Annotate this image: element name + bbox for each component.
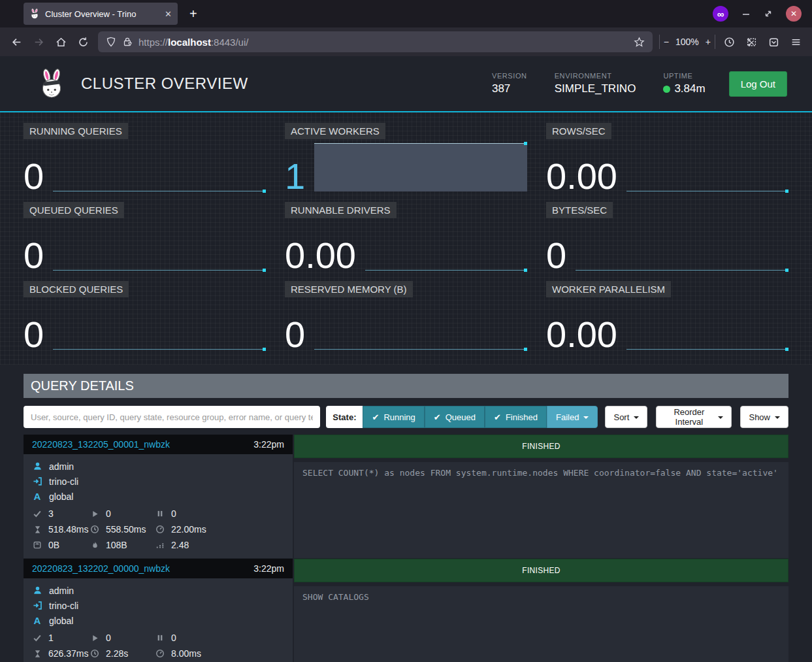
window-close-button[interactable]: ✕ bbox=[786, 6, 802, 22]
sparkline bbox=[53, 346, 266, 350]
window-restore-button[interactable] bbox=[764, 9, 773, 18]
stat-value: 0.00 bbox=[285, 239, 356, 273]
logout-button[interactable]: Log Out bbox=[729, 71, 787, 97]
query-time: 3:22pm bbox=[253, 439, 284, 450]
reload-icon[interactable] bbox=[72, 31, 94, 52]
query-source: trino-cli bbox=[49, 476, 78, 487]
bookmark-star-icon[interactable] bbox=[634, 37, 645, 48]
sparkline bbox=[314, 346, 527, 350]
stat-card-rows-sec: ROWS/SEC 0.00 bbox=[546, 123, 788, 193]
browser-toolbar: https://localhost:8443/ui/ − 100% + bbox=[0, 27, 812, 56]
browser-tab[interactable]: Cluster Overview - Trino ✕ bbox=[24, 3, 178, 25]
state-filter-group: State: ✔ Running ✔ Queued ✔ Finished Fai… bbox=[326, 406, 598, 428]
zoom-in-button[interactable]: + bbox=[706, 37, 711, 47]
query-id-link[interactable]: 20220823_132202_00000_nwbzk bbox=[32, 563, 170, 574]
stat-card-queued-queries: QUEUED QUERIES 0 bbox=[24, 202, 266, 273]
sparkline bbox=[626, 346, 788, 350]
completed-splits: 1 bbox=[48, 633, 54, 643]
stat-value: 0 bbox=[24, 159, 44, 193]
state-filter-failed-dropdown[interactable]: Failed bbox=[547, 406, 598, 428]
user-icon bbox=[32, 586, 42, 595]
query-details-title: QUERY DETAILS bbox=[24, 374, 788, 398]
wall-time-hourglass-icon bbox=[32, 650, 42, 658]
execution-time-gauge-icon bbox=[155, 525, 165, 534]
source-sign-in-icon bbox=[32, 476, 42, 486]
resource-group-icon: A bbox=[32, 491, 42, 502]
zoom-level-button[interactable]: 100% bbox=[675, 37, 699, 47]
stat-value: 1 bbox=[285, 159, 305, 193]
screenshot-icon[interactable] bbox=[740, 31, 762, 52]
query-resource-group: global bbox=[49, 491, 73, 502]
tab-title: Cluster Overview - Trino bbox=[45, 9, 159, 19]
running-splits-play-icon bbox=[89, 634, 100, 642]
sparkline bbox=[314, 143, 527, 191]
back-icon[interactable] bbox=[5, 31, 27, 52]
cpu-time-clock-icon bbox=[89, 649, 100, 658]
execution-time-gauge-icon bbox=[155, 649, 165, 658]
browser-tab-bar: Cluster Overview - Trino ✕ + ∞ ✕ bbox=[0, 0, 812, 27]
chevron-down-icon bbox=[718, 416, 723, 419]
query-list: 20220823_132205_00001_nwbzk 3:22pm admin… bbox=[24, 435, 788, 662]
query-row: 20220823_132202_00000_nwbzk 3:22pm admin… bbox=[24, 559, 788, 662]
stat-value: 0 bbox=[24, 318, 44, 352]
cpu-time-clock-icon bbox=[89, 525, 100, 534]
history-clock-icon[interactable] bbox=[718, 31, 740, 52]
sort-dropdown[interactable]: Sort bbox=[605, 406, 647, 428]
running-splits-play-icon bbox=[89, 510, 100, 518]
menu-hamburger-icon[interactable] bbox=[785, 31, 807, 52]
show-dropdown[interactable]: Show bbox=[740, 406, 788, 428]
chevron-down-icon bbox=[634, 416, 639, 419]
tab-close-icon[interactable]: ✕ bbox=[165, 9, 172, 19]
query-row: 20220823_132205_00001_nwbzk 3:22pm admin… bbox=[24, 435, 788, 558]
cumulative-memory-chart-icon bbox=[155, 540, 165, 550]
peak-memory: 108B bbox=[106, 540, 127, 550]
chevron-down-icon bbox=[775, 416, 780, 419]
uptime-status-dot bbox=[663, 86, 670, 93]
state-filter-running[interactable]: ✔ Running bbox=[363, 406, 424, 428]
url-text: https://localhost:8443/ui/ bbox=[138, 37, 628, 48]
query-status-badge: FINISHED bbox=[294, 559, 788, 582]
query-resource-group: global bbox=[49, 616, 73, 626]
query-status-badge: FINISHED bbox=[294, 435, 788, 458]
query-time: 3:22pm bbox=[253, 563, 284, 574]
lock-warning-icon[interactable] bbox=[122, 37, 133, 47]
running-splits: 0 bbox=[106, 633, 111, 643]
completed-splits: 3 bbox=[48, 508, 54, 519]
execution-time: 8.00ms bbox=[171, 648, 201, 659]
forward-icon[interactable] bbox=[27, 31, 50, 52]
wall-time: 626.37ms bbox=[48, 648, 88, 659]
cpu-time: 558.50ms bbox=[106, 524, 146, 535]
zoom-out-button[interactable]: − bbox=[664, 37, 669, 47]
execution-time: 22.00ms bbox=[171, 524, 206, 535]
extension-icon[interactable]: ∞ bbox=[713, 6, 728, 22]
stat-card-bytes-sec: BYTES/SEC 0 bbox=[546, 202, 788, 273]
completed-splits-icon bbox=[32, 509, 42, 518]
queued-splits: 0 bbox=[171, 508, 176, 519]
queued-splits-pause-icon bbox=[155, 510, 165, 518]
stat-value: 0 bbox=[285, 318, 305, 352]
queued-splits: 0 bbox=[171, 633, 176, 643]
sparkline bbox=[626, 188, 788, 191]
new-tab-button[interactable]: + bbox=[189, 7, 197, 22]
current-memory: 0B bbox=[48, 540, 59, 550]
resource-group-icon: A bbox=[32, 615, 42, 626]
cpu-time: 2.28s bbox=[106, 648, 128, 659]
state-filter-finished[interactable]: ✔ Finished bbox=[485, 406, 547, 428]
window-minimize-button[interactable] bbox=[741, 9, 751, 18]
query-search-input[interactable] bbox=[24, 406, 320, 428]
stat-value: 0 bbox=[546, 239, 566, 273]
app-header: CLUSTER OVERVIEW VERSION 387 ENVIRONMENT… bbox=[0, 56, 812, 112]
stat-card-worker-parallelism: WORKER PARALLELISM 0.00 bbox=[546, 281, 788, 352]
query-id-link[interactable]: 20220823_132205_00001_nwbzk bbox=[32, 439, 170, 450]
home-icon[interactable] bbox=[50, 31, 72, 52]
shield-icon[interactable] bbox=[106, 37, 116, 47]
query-details-section: QUERY DETAILS State: ✔ Running ✔ Queued … bbox=[24, 374, 788, 428]
sparkline bbox=[53, 188, 266, 191]
query-sql-text: SELECT COUNT(*) as nodes FROM system.run… bbox=[294, 462, 788, 558]
trino-bunny-favicon bbox=[29, 8, 40, 19]
pocket-icon[interactable] bbox=[762, 31, 785, 52]
queued-splits-pause-icon bbox=[155, 634, 165, 642]
state-filter-queued[interactable]: ✔ Queued bbox=[425, 406, 485, 428]
url-bar[interactable]: https://localhost:8443/ui/ bbox=[98, 31, 653, 52]
reorder-interval-dropdown[interactable]: Reorder Interval bbox=[656, 406, 732, 428]
